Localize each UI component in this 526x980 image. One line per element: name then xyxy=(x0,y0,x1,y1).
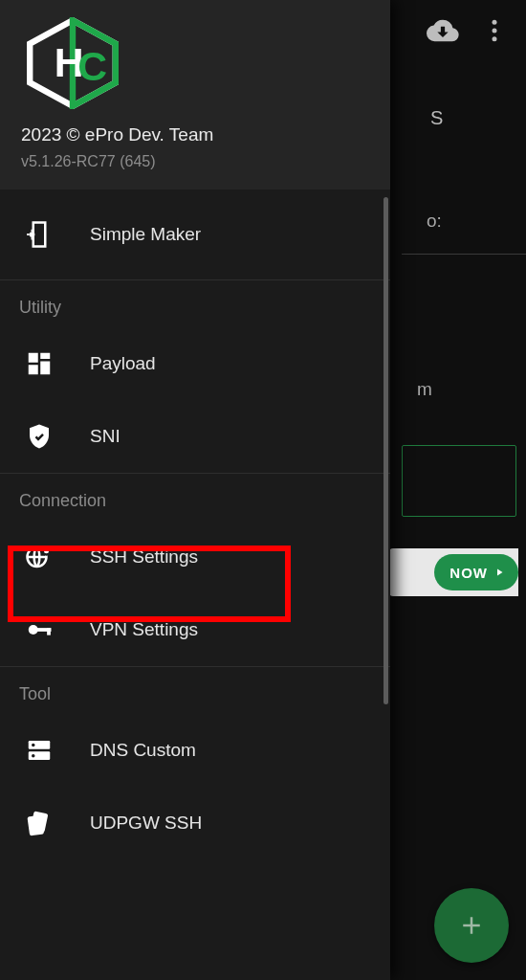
drawer-scroll-area: Simple Maker Utility Payload SNI Connect… xyxy=(0,189,390,980)
bg-text-3: m xyxy=(417,379,432,400)
bg-underline xyxy=(402,254,526,255)
svg-point-14 xyxy=(44,548,49,553)
drawer-copyright: 2023 © ePro Dev. Team xyxy=(21,122,371,147)
menu-label: Payload xyxy=(90,353,156,374)
svg-rect-11 xyxy=(29,365,38,374)
svg-point-0 xyxy=(493,20,497,25)
style-icon xyxy=(25,809,90,837)
svg-point-21 xyxy=(32,754,35,758)
menu-label: VPN Settings xyxy=(90,619,198,640)
bg-outlined-box[interactable] xyxy=(402,445,516,517)
menu-label: UDPGW SSH xyxy=(90,813,202,834)
nav-drawer: H C 2023 © ePro Dev. Team v5.1.26-RC77 (… xyxy=(0,0,390,980)
menu-label: SSH Settings xyxy=(90,546,198,568)
drawer-header: H C 2023 © ePro Dev. Team v5.1.26-RC77 (… xyxy=(0,0,390,189)
bg-text-2: o: xyxy=(427,211,442,232)
shield-check-icon xyxy=(25,422,90,451)
svg-point-20 xyxy=(32,744,35,747)
now-button[interactable]: NOW xyxy=(434,554,518,590)
menu-label: SNI xyxy=(90,426,121,447)
menu-udpgw-ssh[interactable]: UDPGW SSH xyxy=(0,787,390,859)
svg-rect-17 xyxy=(47,628,51,635)
dashboard-icon xyxy=(25,349,90,378)
svg-point-2 xyxy=(493,36,497,41)
drawer-scrollbar[interactable] xyxy=(384,197,388,704)
vpn-key-icon xyxy=(25,615,90,644)
play-icon xyxy=(493,567,505,578)
svg-point-1 xyxy=(493,29,497,33)
menu-dns-custom[interactable]: DNS Custom xyxy=(0,714,390,787)
menu-simple-maker[interactable]: Simple Maker xyxy=(0,189,390,279)
drawer-version: v5.1.26-RC77 (645) xyxy=(21,153,371,170)
section-utility: Utility xyxy=(0,280,390,327)
menu-label: Simple Maker xyxy=(90,224,201,245)
menu-ssh-settings[interactable]: SSH Settings xyxy=(0,521,390,593)
more-vert-icon[interactable] xyxy=(480,16,509,49)
svg-rect-8 xyxy=(29,353,38,363)
plus-icon xyxy=(457,911,486,940)
dns-icon xyxy=(25,736,90,765)
app-root: S o: m NOW H C 2023 © ePro Dev. Team v5.… xyxy=(0,0,526,980)
svg-rect-10 xyxy=(40,362,50,375)
bg-text-1: S xyxy=(430,107,443,129)
simple-maker-icon xyxy=(25,220,90,249)
cloud-download-icon[interactable] xyxy=(427,14,459,51)
menu-label: DNS Custom xyxy=(90,740,196,761)
menu-sni[interactable]: SNI xyxy=(0,400,390,473)
now-button-label: NOW xyxy=(449,565,488,581)
svg-point-7 xyxy=(30,232,35,237)
svg-rect-23 xyxy=(27,815,44,836)
section-connection: Connection xyxy=(0,474,390,521)
section-tool: Tool xyxy=(0,667,390,714)
fab-add[interactable] xyxy=(434,888,509,963)
bg-now-container: NOW xyxy=(389,548,518,596)
topbar xyxy=(411,13,526,52)
svg-point-15 xyxy=(29,625,38,635)
app-logo-icon: H C xyxy=(21,17,124,109)
menu-vpn-settings[interactable]: VPN Settings xyxy=(0,593,390,666)
svg-rect-9 xyxy=(40,353,50,359)
menu-payload[interactable]: Payload xyxy=(0,327,390,400)
svg-text:C: C xyxy=(77,43,107,89)
globe-gear-icon xyxy=(25,543,90,571)
